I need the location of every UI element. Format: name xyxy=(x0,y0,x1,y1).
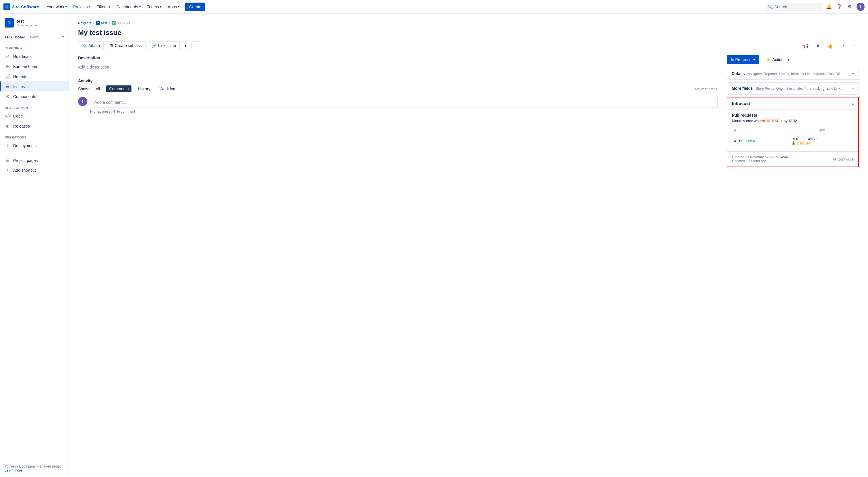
help-icon[interactable]: ❓ xyxy=(836,3,843,10)
more-fields-chevron-icon: ▾ xyxy=(852,86,854,90)
notifications-icon[interactable]: 🔔 xyxy=(826,3,832,10)
right-header-icons: 📢 👁 👍 ↗ ··· xyxy=(727,41,859,50)
releases-icon: ⊕ xyxy=(5,123,10,129)
activity-section: Activity Show: All Comments History Work… xyxy=(78,78,718,113)
project-icon: T xyxy=(5,18,14,28)
filter-all-button[interactable]: All xyxy=(93,86,103,92)
infracost-timestamps: Created 23 November 2022 at 14:44 Update… xyxy=(732,155,788,163)
sidebar-item-issues[interactable]: ☰ Issues xyxy=(0,81,69,92)
activity-filter-row: Show: All Comments History Work log Newe… xyxy=(78,86,718,92)
link-issue-button[interactable]: 🔗 Link issue xyxy=(148,41,180,50)
filter-worklog-button[interactable]: Work log xyxy=(157,86,178,92)
breadcrumb-projects[interactable]: Projects xyxy=(78,21,92,25)
settings-icon[interactable]: ⚙ xyxy=(846,3,853,10)
lightning-icon: ⚡ xyxy=(766,57,771,62)
more-options-icon[interactable]: ··· xyxy=(849,41,859,50)
content-grid: 📎 Attach ⊞ Create subtask 🔗 Link issue ▾ xyxy=(78,41,859,169)
infracost-chevron-icon: ▴ xyxy=(852,101,854,105)
app-logo[interactable]: Jira Software xyxy=(3,3,39,10)
pr-cell: #215: OPEN xyxy=(732,134,789,148)
nav-apps[interactable]: Apps ▾ xyxy=(165,3,182,11)
learn-more-link[interactable]: Learn more xyxy=(5,468,22,472)
announce-icon[interactable]: 📢 xyxy=(801,41,811,50)
issues-link[interactable]: ⚠️ 2 Issues xyxy=(791,141,851,145)
projects-caret-icon: ▾ xyxy=(89,5,90,8)
nav-your-work[interactable]: Your work ▾ xyxy=(43,3,70,11)
app-name: Jira Software xyxy=(12,4,39,9)
project-pages-label: Project pages xyxy=(13,158,38,163)
sidebar-item-releases[interactable]: ⊕ Releases xyxy=(0,121,69,131)
roadmap-icon: ⇌ xyxy=(5,54,10,59)
toolbar-dropdown-button[interactable]: ▾ xyxy=(182,41,189,50)
watch-icon[interactable]: 👁 xyxy=(813,41,823,50)
infracost-header[interactable]: Infracost ▴ xyxy=(727,98,858,109)
updated-label: Updated 1 second ago xyxy=(732,159,788,163)
project-type: Software project xyxy=(17,24,39,27)
sidebar-item-add-shortcut[interactable]: + Add shortcut xyxy=(0,165,69,175)
operations-label: OPERATIONS xyxy=(0,131,69,141)
dashboards-caret-icon: ▾ xyxy=(139,5,141,8)
topnav-right: 🔍 🔔 ❓ ⚙ I xyxy=(765,3,865,11)
configure-button[interactable]: ⚙ Configure xyxy=(833,157,854,161)
toolbar-more-button[interactable]: ··· xyxy=(191,41,201,50)
cost-table-header: # Cost xyxy=(732,127,854,134)
increase-badge: INCREASE ↑ xyxy=(761,119,782,123)
sidebar-item-components[interactable]: ⊙ Components xyxy=(0,92,69,101)
breadcrumb-project-name[interactable]: T test xyxy=(96,21,107,25)
nav-teams[interactable]: Teams ▾ xyxy=(144,3,164,11)
subtask-icon: ⊞ xyxy=(110,43,113,48)
filter-comments-button[interactable]: Comments xyxy=(106,86,131,92)
status-actions-row: In Progress ▾ ⚡ Actions ▾ xyxy=(727,55,859,64)
share-icon[interactable]: ↗ xyxy=(838,41,847,50)
search-box[interactable]: 🔍 xyxy=(765,3,822,11)
comment-input[interactable]: Add a comment... xyxy=(90,97,718,108)
actions-button[interactable]: ⚡ Actions ▾ xyxy=(762,55,793,64)
nav-projects[interactable]: Projects ▾ xyxy=(70,3,93,11)
sort-button[interactable]: Newest first ↕ xyxy=(695,87,718,91)
status-button[interactable]: In Progress ▾ xyxy=(727,55,759,64)
search-input[interactable] xyxy=(774,5,819,9)
your-work-caret-icon: ▾ xyxy=(65,5,67,8)
issues-icon: ☰ xyxy=(5,84,10,89)
more-fields-panel: More fields Story Points, Original estim… xyxy=(727,82,859,95)
filter-history-button[interactable]: History xyxy=(135,86,153,92)
sidebar-divider xyxy=(0,153,69,153)
board-name: TEST board xyxy=(5,35,26,39)
description-placeholder[interactable]: Add a description... xyxy=(78,63,718,72)
comment-avatar: I xyxy=(78,97,87,106)
create-button[interactable]: Create xyxy=(185,3,205,11)
details-panel: Details Assignee, Reporter, Labels, Infr… xyxy=(727,68,859,80)
more-fields-panel-header[interactable]: More fields Story Points, Original estim… xyxy=(727,82,859,94)
attach-icon: 📎 xyxy=(82,43,87,48)
col-pr-number: # xyxy=(732,127,789,134)
nav-dashboards[interactable]: Dashboards ▾ xyxy=(114,3,144,11)
code-label: Code xyxy=(13,114,23,118)
link-icon: 🔗 xyxy=(152,43,156,48)
planning-label: PLANNING xyxy=(0,41,69,51)
cost-summary: Monthly cost will INCREASE ↑ by $182 xyxy=(732,119,854,123)
sidebar-item-project-pages[interactable]: ☰ Project pages xyxy=(0,156,69,165)
board-header-left: TEST board Board xyxy=(5,35,38,39)
cost-up-arrow-icon: ↑ xyxy=(816,136,818,141)
sidebar-item-code[interactable]: </> Code xyxy=(0,111,69,121)
issue-toolbar: 📎 Attach ⊞ Create subtask 🔗 Link issue ▾ xyxy=(78,41,718,50)
issue-type-icon: ✓ xyxy=(112,21,116,25)
add-shortcut-label: Add shortcut xyxy=(13,168,36,173)
sidebar-project[interactable]: T test Software project xyxy=(0,14,69,32)
sidebar-item-reports[interactable]: 📈 Reports xyxy=(0,71,69,81)
user-avatar[interactable]: I xyxy=(857,3,865,11)
configure-gear-icon: ⚙ xyxy=(833,157,836,161)
details-panel-header[interactable]: Details Assignee, Reporter, Labels, Infr… xyxy=(727,68,859,80)
sidebar-item-deployments[interactable]: ↑ Deployments xyxy=(0,141,69,150)
description-section: Description Add a description... xyxy=(78,56,718,72)
board-header[interactable]: TEST board Board ▾ xyxy=(5,32,64,41)
sidebar-item-kanban[interactable]: ⊞ Kanban board xyxy=(0,61,69,71)
kanban-icon: ⊞ xyxy=(5,64,10,69)
sidebar-item-roadmap[interactable]: ⇌ Roadmap xyxy=(0,51,69,61)
search-icon: 🔍 xyxy=(768,5,773,9)
breadcrumb-issue: ✓ TEST-3 xyxy=(112,21,130,25)
thumbsup-icon[interactable]: 👍 xyxy=(826,41,835,50)
nav-filters[interactable]: Filters ▾ xyxy=(94,3,113,11)
attach-button[interactable]: 📎 Attach xyxy=(78,41,104,50)
create-subtask-button[interactable]: ⊞ Create subtask xyxy=(106,41,146,50)
